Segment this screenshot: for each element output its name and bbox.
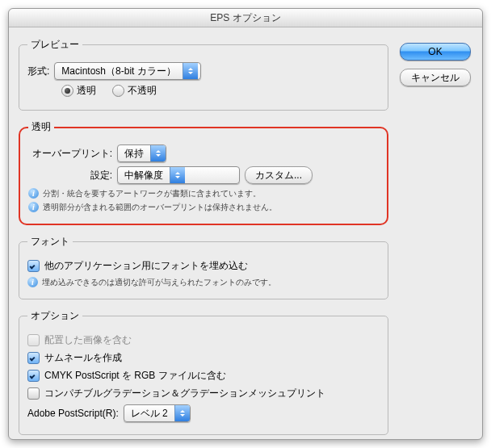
check-compat-gradient[interactable]: コンパチブルグラデーション＆グラデーションメッシュプリント — [27, 387, 325, 400]
ok-button[interactable]: OK — [400, 43, 471, 61]
chevron-updown-icon — [174, 405, 190, 421]
checkbox-icon — [27, 387, 40, 400]
group-options: オプション 配置した画像を含む サムネールを作成 — [19, 309, 388, 435]
info-row: 分割・統合を要するアートワークが書類に含まれています。 — [28, 188, 379, 199]
label-format: 形式: — [27, 65, 49, 78]
label-postscript: Adobe PostScript(R): — [27, 408, 119, 419]
label-preset: 設定: — [28, 169, 112, 182]
popup-format[interactable]: Macintosh（8-bit カラー） — [54, 62, 201, 80]
info-row: 埋め込みできるのは適切な許可が与えられたフォントのみです。 — [27, 277, 380, 288]
checkbox-icon — [27, 334, 40, 346]
custom-button[interactable]: カスタム... — [245, 166, 313, 184]
radio-dot-icon — [61, 85, 73, 97]
radio-dot-icon — [112, 85, 124, 97]
popup-postscript[interactable]: レベル 2 — [124, 404, 191, 422]
radio-transparent[interactable]: 透明 — [61, 84, 96, 98]
group-font: フォント 他のアプリケーション用にフォントを埋め込む 埋め込みできるのは適切な許… — [19, 235, 388, 299]
cancel-button[interactable]: キャンセル — [400, 69, 471, 86]
info-icon — [28, 188, 39, 199]
check-thumbnail[interactable]: サムネールを作成 — [27, 351, 122, 365]
popup-overprint[interactable]: 保持 — [117, 144, 166, 162]
check-cmyk-rgb[interactable]: CMYK PostScript を RGB ファイルに含む — [27, 369, 226, 383]
chevron-updown-icon — [170, 167, 185, 183]
radio-opaque[interactable]: 不透明 — [112, 84, 157, 98]
legend-options: オプション — [27, 309, 82, 323]
dialog-window: EPS オプション プレビュー 形式: Macintosh（8-bit カラー） — [8, 8, 483, 440]
chevron-updown-icon — [150, 145, 166, 161]
window-title: EPS オプション — [9, 9, 482, 27]
legend-font: フォント — [27, 235, 73, 249]
check-embed-fonts[interactable]: 他のアプリケーション用にフォントを埋め込む — [27, 259, 248, 273]
info-icon — [27, 277, 38, 287]
popup-preset[interactable]: 中解像度 — [117, 166, 240, 184]
checkbox-icon — [27, 370, 40, 382]
chevron-updown-icon — [183, 63, 198, 79]
checkbox-icon — [27, 260, 40, 272]
label-overprint: オーバープリント: — [28, 147, 112, 161]
checkbox-icon — [27, 352, 40, 364]
legend-preview: プレビュー — [27, 38, 82, 52]
group-preview: プレビュー 形式: Macintosh（8-bit カラー） 透明 — [19, 38, 388, 111]
info-icon — [28, 202, 39, 212]
legend-transparency: 透明 — [28, 120, 54, 134]
group-transparency: 透明 オーバープリント: 保持 設定: 中解像度 — [19, 120, 388, 225]
check-include-placed: 配置した画像を含む — [27, 333, 132, 347]
info-row: 透明部分が含まれる範囲のオーバープリントは保持されません。 — [28, 202, 379, 213]
